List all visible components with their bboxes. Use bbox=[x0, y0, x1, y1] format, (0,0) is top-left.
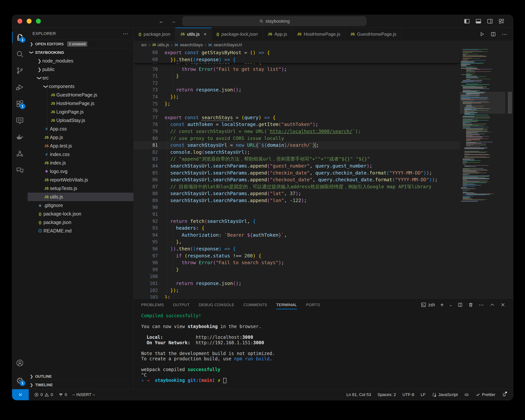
minimap-viewport[interactable] bbox=[460, 92, 505, 114]
activity-remote-explorer[interactable] bbox=[12, 112, 28, 129]
tree-item-package-lock-json[interactable]: {}package-lock.json bbox=[28, 210, 133, 218]
timeline-section[interactable]: ❯TIMELINE bbox=[28, 381, 133, 389]
tree-item-label: App.css bbox=[50, 126, 67, 132]
tree-item-setuptests-js[interactable]: JSsetupTests.js bbox=[28, 184, 133, 193]
layout-sidebar-right-icon[interactable] bbox=[487, 18, 493, 24]
layout-sidebar-left-icon[interactable] bbox=[464, 18, 470, 24]
panel-close-icon[interactable] bbox=[500, 302, 506, 307]
zoom-window-button[interactable] bbox=[36, 19, 41, 24]
activity-accounts[interactable] bbox=[12, 355, 28, 371]
terminal-output[interactable]: Compiled successfully!You can now view s… bbox=[134, 311, 513, 383]
terminal-dropdown-icon[interactable]: ⌄ bbox=[449, 302, 452, 307]
panel-tab-terminal[interactable]: TERMINAL bbox=[276, 299, 297, 311]
activity-settings[interactable]: ⚙1 bbox=[12, 372, 28, 389]
panel-maximize-icon[interactable] bbox=[490, 302, 495, 307]
breadcrumb-item-src[interactable]: src bbox=[141, 43, 147, 47]
tree-item-gitignore[interactable]: ◈.gitignore bbox=[28, 201, 133, 210]
notifications-bell[interactable] bbox=[502, 392, 507, 397]
tree-item-uploadstay-js[interactable]: JSUploadStay.js bbox=[28, 116, 133, 125]
indentation[interactable]: Spaces: 2 bbox=[378, 392, 396, 397]
run-icon[interactable] bbox=[479, 31, 485, 37]
panel-tab-problems[interactable]: PROBLEMS bbox=[141, 299, 164, 311]
activity-docker[interactable] bbox=[12, 129, 28, 146]
trash-icon[interactable] bbox=[468, 302, 473, 307]
project-root-row[interactable]: ❯ STAYBOOKING bbox=[28, 48, 133, 57]
tree-item-app-js[interactable]: JSApp.js bbox=[28, 133, 133, 142]
tree-item-src[interactable]: ❯src bbox=[28, 74, 133, 82]
cursor-position[interactable]: Ln 81, Col 53 bbox=[347, 392, 371, 397]
close-window-button[interactable] bbox=[17, 19, 22, 24]
more-icon[interactable]: ⋯ bbox=[502, 31, 507, 37]
vim-mode[interactable]: -- INSERT -- bbox=[72, 392, 95, 397]
more-icon[interactable]: ⋯ bbox=[479, 302, 484, 308]
activity-kubernetes[interactable] bbox=[12, 146, 28, 162]
back-icon[interactable]: ← bbox=[159, 18, 164, 24]
tab-package-lock-json[interactable]: {}package-lock.json bbox=[211, 27, 263, 41]
tree-item-guesthomepage-js[interactable]: JSGuestHomePage.js bbox=[28, 91, 133, 99]
tree-item-index-css[interactable]: #index.css bbox=[28, 150, 133, 159]
panel-tab-output[interactable]: OUTPUT bbox=[173, 299, 190, 311]
outline-section[interactable]: ❯OUTLINE bbox=[28, 372, 133, 381]
tab-guesthomepage-js[interactable]: JSGuestHomePage.js bbox=[346, 27, 401, 41]
tree-item-app-test-js[interactable]: JSApp.test.js bbox=[28, 142, 133, 150]
tab-package-json[interactable]: {}package.json bbox=[134, 27, 175, 41]
split-terminal-icon[interactable] bbox=[458, 302, 463, 307]
line-number: 80 bbox=[134, 135, 158, 142]
formatter-status[interactable]: Prettier bbox=[476, 392, 495, 397]
tree-item-public[interactable]: ❯public bbox=[28, 65, 133, 74]
explorer-more-actions-icon[interactable]: ⋯ bbox=[123, 31, 129, 37]
error-icon bbox=[34, 392, 39, 397]
copilot-status[interactable] bbox=[464, 392, 469, 397]
open-editors-section[interactable]: ❯ OPEN EDITORS 1 unsaved bbox=[28, 40, 133, 48]
activity-source-control[interactable] bbox=[12, 62, 28, 79]
terminal-instance-zsh[interactable]: zsh bbox=[421, 302, 435, 308]
minimap[interactable] bbox=[460, 49, 505, 299]
breadcrumb[interactable]: src›JSutils.js›searchStays›searchStaysUr… bbox=[134, 41, 513, 49]
language-mode[interactable]: JavaScript bbox=[432, 392, 458, 397]
code-editor[interactable]: 69 if (response.status !== 200) {70 thro… bbox=[134, 49, 513, 299]
remote-indicator[interactable] bbox=[12, 389, 29, 400]
tab-hosthomepage-js[interactable]: JSHostHomePage.js bbox=[292, 27, 346, 41]
tab-app-js[interactable]: JSApp.js bbox=[263, 27, 292, 41]
layout-customize-icon[interactable] bbox=[498, 18, 505, 24]
tree-item-loginpage-js[interactable]: JSLoginPage.js bbox=[28, 108, 133, 116]
add-terminal-icon[interactable]: + bbox=[440, 301, 444, 308]
ports-status[interactable]: 0 bbox=[58, 392, 67, 397]
command-center-search[interactable]: staybooking bbox=[183, 17, 366, 26]
terminal-line bbox=[141, 345, 513, 351]
editor-scrollbar[interactable] bbox=[508, 92, 512, 114]
activity-run-and-debug[interactable] bbox=[12, 79, 28, 96]
encoding[interactable]: UTF-8 bbox=[402, 392, 414, 397]
tree-item-index-js[interactable]: JSindex.js bbox=[28, 159, 133, 167]
split-editor-icon[interactable] bbox=[490, 31, 496, 37]
tree-item-utils-js[interactable]: JSutils.js bbox=[28, 193, 133, 201]
outline-label: OUTLINE bbox=[35, 374, 52, 379]
tree-item-logo-svg[interactable]: ❖logo.svg bbox=[28, 167, 133, 176]
tab-utils-js[interactable]: JSutils.js× bbox=[175, 27, 211, 41]
panel-tab-debug-console[interactable]: DEBUG CONSOLE bbox=[199, 299, 234, 311]
tree-item-components[interactable]: ❯components bbox=[28, 82, 133, 91]
breadcrumb-item-searchstaysurl[interactable]: searchStaysUrl bbox=[208, 43, 242, 47]
tree-item-app-css[interactable]: #App.css bbox=[28, 125, 133, 133]
panel-tab-comments[interactable]: COMMENTS bbox=[244, 299, 267, 311]
activity-comments[interactable] bbox=[12, 162, 28, 179]
tree-item-hosthomepage-js[interactable]: JSHostHomePage.js bbox=[28, 99, 133, 108]
activity-search[interactable] bbox=[12, 46, 28, 62]
js-file-icon: JS bbox=[43, 135, 50, 140]
eol[interactable]: LF bbox=[421, 392, 426, 397]
breadcrumb-item-searchstays[interactable]: searchStays bbox=[174, 43, 203, 47]
tree-item-reportwebvitals-js[interactable]: JSreportWebVitals.js bbox=[28, 176, 133, 184]
breadcrumb-item-utils-js[interactable]: JSutils.js bbox=[152, 43, 169, 47]
panel-tab-ports[interactable]: PORTS bbox=[306, 299, 320, 311]
tree-item-package-json[interactable]: {}package.json bbox=[28, 218, 133, 227]
tree-item-node-modules[interactable]: ❯node_modules bbox=[28, 57, 133, 65]
forward-icon[interactable]: → bbox=[171, 18, 176, 24]
minimize-window-button[interactable] bbox=[27, 19, 32, 24]
close-tab-icon[interactable]: × bbox=[204, 32, 206, 37]
activity-extensions[interactable]: 1 bbox=[12, 96, 28, 112]
tree-indent-guide bbox=[47, 82, 47, 201]
tree-item-readme-md[interactable]: ⓘREADME.md bbox=[28, 227, 133, 235]
problems-status[interactable]: 00 bbox=[34, 392, 53, 397]
activity-explorer[interactable]: 1 bbox=[12, 29, 28, 46]
layout-panel-icon[interactable] bbox=[475, 18, 481, 24]
